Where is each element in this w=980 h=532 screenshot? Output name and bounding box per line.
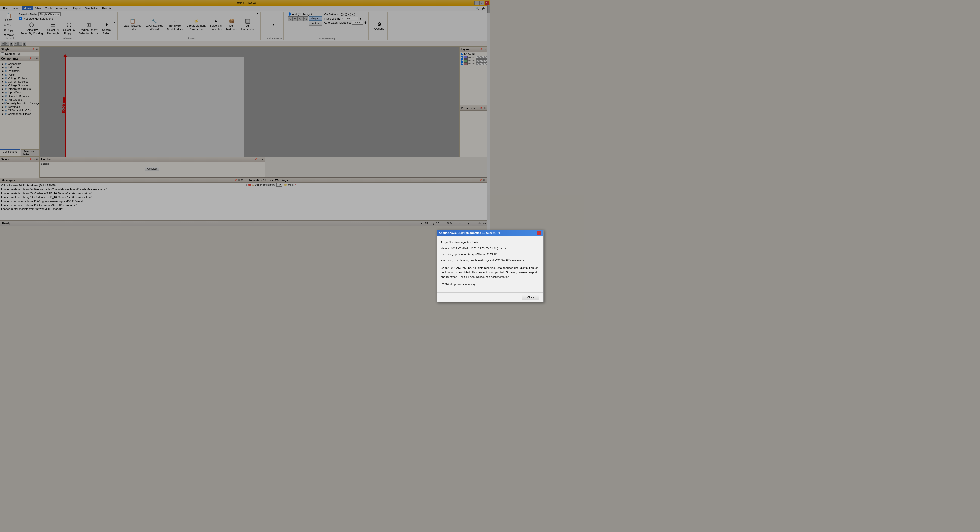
about-dialog: About Ansys?Electromagnetics Suite 2024 … xyxy=(436,229,490,266)
modal-overlay: About Ansys?Electromagnetics Suite 2024 … xyxy=(0,0,490,266)
executing-from: Executing from E:\Program Files\AnsysEM\… xyxy=(441,258,490,263)
dialog-titlebar: About Ansys?Electromagnetics Suite 2024 … xyxy=(437,230,490,236)
dialog-title: About Ansys?Electromagnetics Suite 2024 … xyxy=(439,231,490,234)
suite-name: Ansys?Electromagnetics Suite xyxy=(441,240,490,245)
legal-text: ?2002-2024 ANSYS, Inc. All rights reserv… xyxy=(441,266,490,266)
executing-app: Executing application Ansys?SIwave 2024 … xyxy=(441,252,490,257)
dialog-content: Ansys?Electromagnetics Suite Version 202… xyxy=(437,236,490,266)
version-text: Version 2024 R1 (Build: 2023-11-27 22:16… xyxy=(441,246,490,251)
